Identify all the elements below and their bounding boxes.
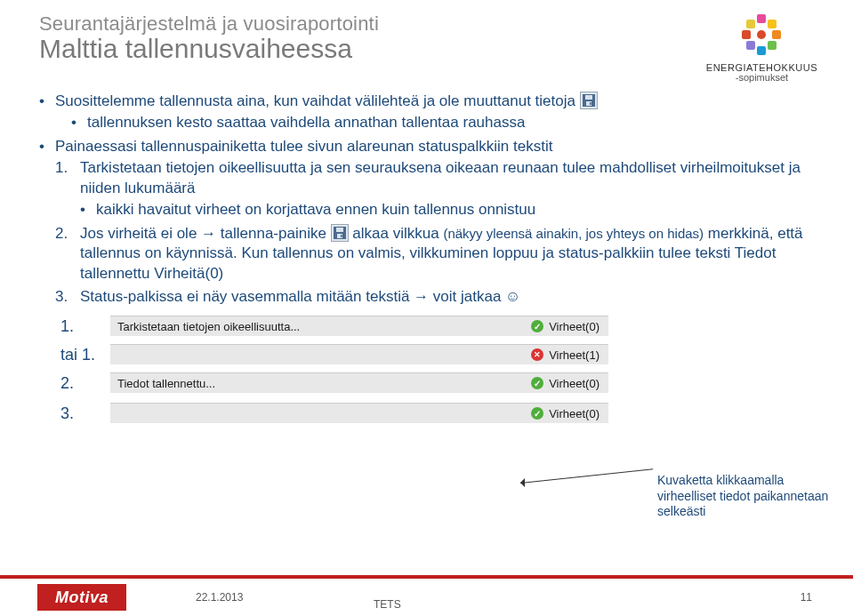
- status-row: 2. Tiedot tallennettu... Virheet(0): [60, 372, 817, 394]
- status-left: Tarkistetaan tietojen oikeellisuutta...: [117, 320, 300, 333]
- supertitle: Seurantajärjestelmä ja vuosiraportointi: [39, 12, 379, 36]
- status-left: Tiedot tallennettu...: [117, 377, 215, 390]
- arrow-head-icon: [516, 478, 525, 487]
- slide-header: Seurantajärjestelmä ja vuosiraportointi …: [39, 12, 817, 83]
- arrow-line: [520, 468, 653, 484]
- svg-rect-5: [336, 228, 343, 232]
- ok-icon: [531, 377, 543, 389]
- text: Painaessasi tallennuspainiketta tulee si…: [55, 138, 552, 155]
- ordered-item: 1. Tarkistetaan tietojen oikeellisuutta …: [55, 158, 817, 220]
- svg-rect-1: [585, 95, 592, 100]
- status-row: tai 1. Virheet(1): [60, 344, 817, 365]
- bullet-item: Suosittelemme tallennusta aina, kun vaih…: [39, 92, 817, 133]
- callout-text: Kuvaketta klikkaamalla virheelliset tied…: [657, 473, 835, 520]
- svg-rect-3: [590, 102, 591, 105]
- motiva-logo: Motiva: [37, 584, 126, 611]
- status-right: Virheet(0): [549, 407, 600, 420]
- svg-rect-7: [341, 235, 342, 237]
- status-right: Virheet(0): [549, 320, 600, 333]
- content-body: Suosittelemme tallennusta aina, kun vaih…: [39, 92, 817, 307]
- ok-icon: [531, 407, 543, 420]
- status-bar: Virheet(1): [110, 344, 608, 365]
- ordered-item: 3. Status-palkissa ei näy vasemmalla mit…: [55, 287, 817, 307]
- status-bar: Tarkistetaan tietojen oikeellisuutta... …: [110, 316, 608, 337]
- save-icon: [580, 92, 598, 109]
- page-title: Malttia tallennusvaiheessa: [39, 34, 379, 64]
- status-examples: 1. Tarkistetaan tietojen oikeellisuutta.…: [39, 316, 817, 424]
- footer-date: 22.1.2013: [196, 591, 243, 604]
- flower-icon: [736, 12, 786, 62]
- status-right: Virheet(1): [549, 348, 600, 362]
- ok-icon: [531, 320, 543, 332]
- title-block: Seurantajärjestelmä ja vuosiraportointi …: [39, 12, 379, 64]
- status-row: 1. Tarkistetaan tietojen oikeellisuutta.…: [60, 316, 817, 337]
- ordered-item: 2. Jos virheitä ei ole → tallenna-painik…: [55, 224, 817, 284]
- status-bar: Virheet(0): [110, 403, 608, 424]
- error-icon[interactable]: [531, 348, 543, 361]
- status-bar: Tiedot tallennettu... Virheet(0): [110, 372, 608, 394]
- save-icon: [331, 224, 349, 242]
- bullet-item: Painaessasi tallennuspainiketta tulee si…: [39, 137, 817, 308]
- bullet-sub: kaikki havaitut virheet on korjattava en…: [80, 200, 817, 220]
- text: Suosittelemme tallennusta aina, kun vaih…: [55, 92, 580, 109]
- logo-subtext: -sopimukset: [736, 72, 788, 83]
- status-row: 3. Virheet(0): [60, 403, 817, 424]
- page-number: 11: [801, 591, 812, 604]
- footer-tag: TETS: [374, 598, 401, 611]
- bullet-sub: tallennuksen kesto saattaa vaihdella ann…: [71, 113, 817, 132]
- slide-footer: Motiva 22.1.2013 TETS 11: [0, 575, 853, 616]
- brand-logo: ENERGIATEHOKKUUS -sopimukset: [706, 12, 817, 83]
- status-right: Virheet(0): [549, 377, 600, 390]
